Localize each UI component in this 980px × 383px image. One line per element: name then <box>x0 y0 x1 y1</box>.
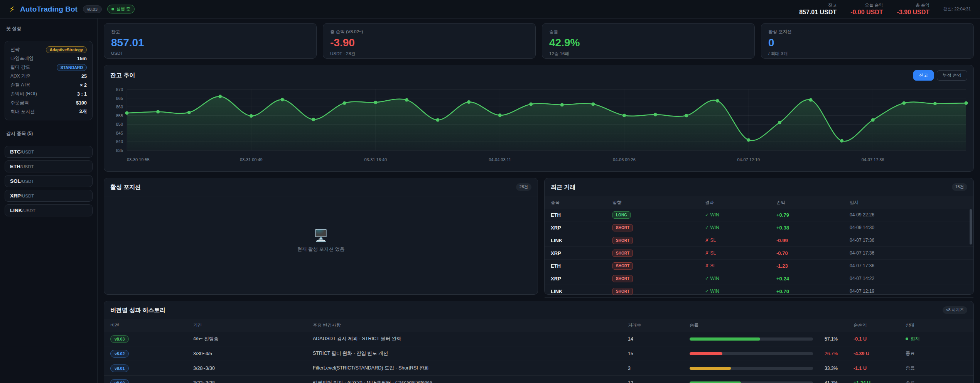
table-row[interactable]: v8.034/5~ 진행중ADAUSDT 감시 제외 · STRICT 필터 완… <box>104 332 973 346</box>
svg-text:835: 835 <box>116 148 123 153</box>
trade-date: 04-07 12:19 <box>850 289 967 294</box>
winrate-cell: 57.1% <box>690 336 853 342</box>
svg-text:04-04 03:11: 04-04 03:11 <box>489 157 511 162</box>
table-row[interactable]: XRPSHORT✓ WIN+0.3804-09 14:30 <box>545 221 973 234</box>
trade-date: 04-09 14:30 <box>850 225 967 230</box>
watchlist-item[interactable]: XRP/USDT <box>5 190 93 202</box>
winrate-cell: 33.3% <box>690 366 853 371</box>
table-row[interactable]: XRPSHORT✓ WIN+0.2404-07 14:22 <box>545 272 973 285</box>
svg-text:855: 855 <box>116 113 123 118</box>
trade-result: ✓ WIN <box>705 276 776 281</box>
direction-badge: SHORT <box>612 250 633 257</box>
history-changes: 리페인팅 방지 · ADX20 · MTF숏필터 · CascadeDefens… <box>313 380 628 383</box>
watch-symbol: XRP <box>10 193 21 199</box>
winrate-bar-track <box>690 381 813 383</box>
chart-tab-cum-pnl[interactable]: 누적 손익 <box>937 70 967 81</box>
watch-symbol: LINK <box>10 208 22 213</box>
trade-pnl: +0.38 <box>776 225 850 231</box>
watch-quote: /USDT <box>20 164 34 169</box>
watchlist: BTC/USDTETH/USDTSOL/USDTXRP/USDTLINK/USD… <box>5 146 93 216</box>
direction-badge: SHORT <box>612 288 633 295</box>
stat-card: 총 손익 (V8.02~)-3.90USDT · 28건 <box>323 23 536 59</box>
watchlist-item[interactable]: SOL/USDT <box>5 175 93 187</box>
svg-text:865: 865 <box>116 96 123 101</box>
trade-direction-cell: SHORT <box>612 250 705 257</box>
positions-empty-text: 현재 활성 포지션 없음 <box>297 246 345 253</box>
table-row[interactable]: XRPSHORT✗ SL-0.7004-07 17:36 <box>545 247 973 260</box>
trade-symbol: XRP <box>551 225 612 231</box>
positions-title: 활성 포지션 <box>110 184 141 191</box>
history-net-pnl: -1.1 U <box>853 366 906 371</box>
trade-symbol: XRP <box>551 250 612 256</box>
trade-result: ✗ SL <box>705 263 776 268</box>
stat-card-sub: USDT · 28건 <box>330 51 528 57</box>
watchlist-item[interactable]: LINK/USDT <box>5 204 93 216</box>
setting-value: 15m <box>77 56 87 61</box>
trade-direction-cell: LONG <box>612 211 705 219</box>
table-row[interactable]: v8.003/22~3/28리페인팅 방지 · ADX20 · MTF숏필터 ·… <box>104 376 973 383</box>
header-stat-balance: 잔고 857.01 USDT <box>799 2 837 16</box>
stat-card-value: 42.9% <box>549 37 747 49</box>
active-positions-panel: 활성 포지션 28건 🖥️ 현재 활성 포지션 없음 <box>104 178 538 295</box>
winrate-percent: 26.7% <box>818 351 838 356</box>
history-col-header: 버전 <box>110 322 193 328</box>
winrate-bar-track <box>690 367 813 370</box>
monitor-icon: 🖥️ <box>314 229 328 242</box>
stat-card-sub: USDT <box>111 51 309 56</box>
watch-symbol: SOL <box>10 178 21 184</box>
trades-table-body: ETHLONG✓ WIN+0.7904-09 22:26XRPSHORT✓ WI… <box>545 209 973 298</box>
setting-row: 최대 포지션3개 <box>10 107 87 116</box>
table-row[interactable]: v8.013/28~3/30FilterLevel(STRICT/STANDAR… <box>104 361 973 376</box>
status-ended: 종료 <box>906 350 967 357</box>
winrate-bar-track <box>690 352 813 355</box>
table-row[interactable]: v8.023/30~4/5STRICT 필터 완화 · 진입 빈도 개선1526… <box>104 346 973 361</box>
recent-trades-panel: 최근 거래 15건 종목방향결과손익일시 ETHLONG✓ WIN+0.7904… <box>544 178 974 295</box>
filter-level-badge: STANDARD <box>57 64 87 71</box>
sidebar: 봇 설정 전략AdaptiveStrategy타임프레임15m필터 강도STAN… <box>0 19 98 383</box>
history-col-header: 주요 변경사항 <box>313 322 628 328</box>
watchlist-item[interactable]: ETH/USDT <box>5 160 93 172</box>
table-row[interactable]: LINKSHORT✗ SL-0.9904-07 17:36 <box>545 234 973 247</box>
table-row[interactable]: ETHSHORT✗ SL-1.2304-07 17:36 <box>545 260 973 272</box>
winrate-bar-fill <box>690 381 741 383</box>
setting-row: 필터 강도STANDARD <box>10 63 87 72</box>
trade-result: ✓ WIN <box>705 289 776 294</box>
history-period: 3/28~3/30 <box>193 366 313 371</box>
trade-result: ✓ WIN <box>705 225 776 230</box>
watchlist-section-title: 감시 종목 (5) <box>5 130 93 141</box>
setting-label: 최대 포지션 <box>10 108 35 115</box>
winrate-bar-fill <box>690 352 722 355</box>
history-period: 3/30~4/5 <box>193 351 313 356</box>
trade-pnl: -0.70 <box>776 250 850 256</box>
watch-symbol: ETH <box>10 164 20 169</box>
table-row[interactable]: ETHLONG✓ WIN+0.7904-09 22:26 <box>545 209 973 221</box>
history-title: 버전별 성과 히스토리 <box>110 307 165 314</box>
trades-table-header: 종목방향결과손익일시 <box>545 196 973 209</box>
watch-quote: /USDT <box>22 208 36 213</box>
table-row[interactable]: LINKSHORT✓ WIN+0.7004-07 12:19 <box>545 285 973 298</box>
svg-text:03-30 19:55: 03-30 19:55 <box>127 157 150 162</box>
balance-line-chart: 83584084585085586086587003-30 19:5503-31… <box>107 86 971 170</box>
watchlist-item[interactable]: BTC/USDT <box>5 146 93 158</box>
trades-col-header: 종목 <box>551 200 612 206</box>
winrate-percent: 57.1% <box>818 336 838 342</box>
status-badge: 실행 중 <box>107 5 135 13</box>
trades-scrollbar[interactable] <box>970 209 972 245</box>
chart-tab-balance[interactable]: 잔고 <box>913 70 934 81</box>
trades-col-header: 방향 <box>612 200 705 206</box>
history-changes: FilterLevel(STRICT/STANDARD) 도입 · ShortR… <box>313 365 628 371</box>
history-trade-count: 15 <box>628 351 690 356</box>
header-stat-total-pnl: 총 손익 -3.90 USDT <box>897 2 929 16</box>
top-header: ⚡ AutoTrading Bot v8.03 실행 중 잔고 857.01 U… <box>0 0 980 19</box>
trades-count-badge: 15건 <box>952 183 967 191</box>
trade-pnl: +0.70 <box>776 289 850 294</box>
setting-row: 전략AdaptiveStrategy <box>10 45 87 54</box>
history-table-header: 버전기간주요 변경사항거래수승률순손익상태 <box>104 319 973 332</box>
setting-label: 필터 강도 <box>10 64 30 71</box>
history-net-pnl: -4.39 U <box>853 351 906 356</box>
version-badge: v8.03 <box>110 335 129 343</box>
watch-quote: /USDT <box>21 150 34 154</box>
version-cell: v8.03 <box>110 335 193 343</box>
version-badge: v8.03 <box>83 5 102 13</box>
winrate-bar-track <box>690 337 813 341</box>
